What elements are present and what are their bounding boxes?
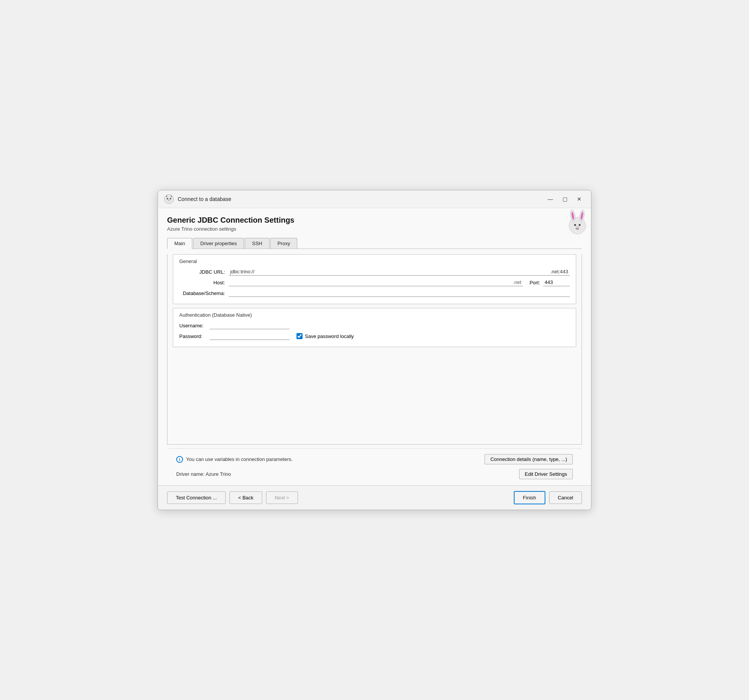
driver-row: Driver name: Azure Trino Edit Driver Set… bbox=[176, 469, 573, 485]
auth-section: Authentication (Database Native) Usernam… bbox=[173, 308, 576, 347]
general-section: General JDBC URL: jdbc:trino:// .net:443… bbox=[173, 254, 576, 304]
host-row: Host: .net Port: bbox=[179, 279, 570, 286]
username-row: Username: bbox=[179, 322, 570, 329]
jdbc-url-input[interactable] bbox=[255, 269, 550, 274]
port-label: Port: bbox=[523, 280, 543, 285]
title-bar: Connect to a database — ▢ ✕ bbox=[158, 190, 591, 208]
db-schema-input[interactable] bbox=[229, 289, 570, 297]
dialog-title: Generic JDBC Connection Settings bbox=[167, 216, 582, 225]
finish-button[interactable]: Finish bbox=[514, 491, 545, 504]
next-button[interactable]: Next > bbox=[266, 491, 298, 504]
minimize-button[interactable]: — bbox=[545, 195, 556, 203]
tab-proxy[interactable]: Proxy bbox=[270, 238, 297, 249]
info-icon: i bbox=[176, 456, 183, 463]
driver-name-label: Driver name: bbox=[176, 471, 204, 477]
driver-name-value: Azure Trino bbox=[206, 471, 231, 477]
save-password-checkbox[interactable] bbox=[296, 333, 303, 339]
title-bar-left: Connect to a database bbox=[164, 194, 231, 204]
cancel-button[interactable]: Cancel bbox=[549, 491, 582, 504]
tab-driver-properties[interactable]: Driver properties bbox=[193, 238, 244, 249]
back-button[interactable]: < Back bbox=[229, 491, 262, 504]
tab-main[interactable]: Main bbox=[167, 238, 192, 249]
db-schema-label: Database/Schema: bbox=[179, 290, 229, 296]
test-connection-button[interactable]: Test Connection ... bbox=[167, 491, 226, 504]
window-title: Connect to a database bbox=[178, 196, 231, 202]
tab-ssh[interactable]: SSH bbox=[245, 238, 269, 249]
driver-name-text: Driver name: Azure Trino bbox=[176, 471, 231, 477]
password-label: Password: bbox=[179, 333, 210, 339]
footer: Test Connection ... < Back Next > Finish… bbox=[158, 485, 591, 510]
title-bar-controls: — ▢ ✕ bbox=[545, 195, 585, 203]
password-input[interactable] bbox=[210, 332, 290, 340]
connection-details-button[interactable]: Connection details (name, type, ...) bbox=[484, 454, 573, 464]
variables-row: i You can use variables in connection pa… bbox=[176, 454, 573, 464]
logo-area bbox=[564, 208, 591, 237]
main-window: Connect to a database — ▢ ✕ Generic JDBC… bbox=[158, 190, 591, 510]
variables-text: You can use variables in connection para… bbox=[186, 456, 293, 462]
port-input[interactable] bbox=[543, 279, 570, 286]
host-input[interactable] bbox=[229, 279, 513, 286]
auth-section-label: Authentication (Database Native) bbox=[179, 312, 570, 318]
svg-point-3 bbox=[168, 199, 170, 201]
dialog-subtitle: Azure Trino connection settings bbox=[167, 226, 582, 232]
content-area: Generic JDBC Connection Settings Azure T… bbox=[158, 208, 591, 485]
edit-driver-settings-button[interactable]: Edit Driver Settings bbox=[519, 469, 573, 479]
username-label: Username: bbox=[179, 323, 210, 328]
svg-point-11 bbox=[575, 226, 579, 228]
host-suffix: .net bbox=[513, 279, 523, 285]
variables-left: i You can use variables in connection pa… bbox=[176, 456, 293, 463]
svg-point-10 bbox=[579, 224, 581, 226]
jdbc-url-row: JDBC URL: jdbc:trino:// .net:443 bbox=[179, 268, 570, 276]
bottom-info: i You can use variables in connection pa… bbox=[167, 448, 582, 485]
app-icon bbox=[164, 194, 174, 204]
jdbc-url-label: JDBC URL: bbox=[179, 269, 229, 275]
password-row: Password: Save password locally bbox=[179, 332, 570, 340]
svg-point-9 bbox=[574, 224, 576, 226]
svg-point-2 bbox=[170, 198, 171, 199]
username-input[interactable] bbox=[210, 322, 290, 329]
tabs-bar: Main Driver properties SSH Proxy bbox=[167, 238, 582, 249]
close-button[interactable]: ✕ bbox=[574, 195, 585, 203]
host-label: Host: bbox=[179, 280, 229, 285]
svg-point-1 bbox=[167, 198, 168, 199]
maximize-button[interactable]: ▢ bbox=[559, 195, 571, 203]
jdbc-url-input-wrap: jdbc:trino:// .net:443 bbox=[229, 268, 570, 276]
host-input-wrap: .net bbox=[229, 279, 523, 286]
svg-point-0 bbox=[164, 195, 174, 204]
save-password-wrap: Save password locally bbox=[296, 333, 354, 339]
rabbit-logo bbox=[564, 208, 591, 236]
general-section-label: General bbox=[179, 258, 570, 264]
jdbc-suffix: .net:443 bbox=[550, 269, 568, 274]
main-panel: General JDBC URL: jdbc:trino:// .net:443… bbox=[167, 254, 582, 445]
save-password-label[interactable]: Save password locally bbox=[305, 333, 354, 339]
jdbc-prefix: jdbc:trino:// bbox=[230, 269, 255, 274]
db-schema-row: Database/Schema: bbox=[179, 289, 570, 297]
